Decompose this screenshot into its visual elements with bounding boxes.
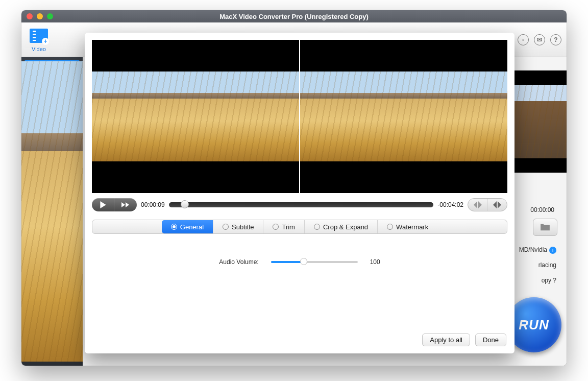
- radio-icon: [314, 224, 320, 230]
- folder-icon: [540, 223, 551, 231]
- tab-watermark[interactable]: Watermark: [378, 220, 437, 233]
- option-hwaccel[interactable]: MD/Nvidiai: [519, 246, 556, 254]
- output-time: 00:00:00: [530, 206, 554, 213]
- video-plus-icon: [30, 29, 48, 43]
- seek-bar[interactable]: [169, 202, 434, 207]
- tab-bar: General Subtitle Trim Crop & Expand Wate…: [92, 220, 507, 234]
- titlebar: MacX Video Converter Pro (Unregistered C…: [21, 10, 567, 22]
- radio-icon: [387, 224, 393, 230]
- radio-icon: [223, 224, 229, 230]
- time-elapsed: 00:00:09: [141, 201, 165, 208]
- edit-sheet: 00:00:09 -00:04:02 General Subtitle Trim…: [85, 33, 514, 353]
- flip-v-icon: [493, 201, 501, 208]
- preview-original: [92, 40, 299, 193]
- close-window-button[interactable]: [27, 13, 33, 19]
- fast-forward-icon: [121, 202, 130, 208]
- tab-trim[interactable]: Trim: [263, 220, 305, 233]
- mail-icon[interactable]: ✉: [534, 34, 545, 45]
- flip-horizontal-button[interactable]: [468, 199, 487, 211]
- zoom-window-button[interactable]: [47, 13, 53, 19]
- preview-row: [85, 33, 514, 196]
- info-icon: i: [549, 247, 556, 254]
- play-icon: [100, 201, 107, 208]
- playback-row: 00:00:09 -00:04:02: [85, 196, 514, 217]
- play-button[interactable]: [92, 198, 114, 211]
- apply-to-all-button[interactable]: Apply to all: [422, 334, 470, 346]
- option-deinterlace[interactable]: rlacing: [538, 261, 556, 269]
- tab-crop-expand[interactable]: Crop & Expand: [305, 220, 378, 233]
- seek-knob[interactable]: [181, 200, 189, 208]
- general-panel: Audio Volume: 100: [85, 234, 514, 290]
- add-video-label: Video: [32, 46, 46, 52]
- audio-volume-value: 100: [370, 258, 380, 266]
- time-remaining: -00:04:02: [437, 201, 463, 208]
- audio-volume-label: Audio Volume:: [219, 258, 258, 266]
- fast-forward-button[interactable]: [114, 198, 137, 211]
- clip-thumbnail[interactable]: [24, 60, 80, 91]
- radio-icon: [171, 224, 177, 230]
- tab-general[interactable]: General: [162, 220, 213, 233]
- flip-vertical-button[interactable]: [487, 199, 507, 211]
- minimize-window-button[interactable]: [37, 13, 43, 19]
- run-button[interactable]: RUN: [506, 297, 561, 352]
- traffic-lights: [27, 13, 53, 19]
- account-icon[interactable]: ◦: [518, 34, 529, 45]
- playback-controls: [92, 198, 137, 211]
- window-title: MacX Video Converter Pro (Unregistered C…: [21, 13, 567, 20]
- slider-fill: [271, 261, 304, 263]
- help-icon[interactable]: ?: [550, 34, 561, 45]
- audio-volume-slider[interactable]: [271, 261, 358, 263]
- open-output-folder-button[interactable]: [533, 219, 557, 236]
- run-label: RUN: [519, 317, 549, 333]
- sheet-footer: Apply to all Done: [422, 334, 506, 346]
- slider-knob[interactable]: [300, 258, 307, 265]
- tab-subtitle[interactable]: Subtitle: [213, 220, 263, 233]
- app-window: MacX Video Converter Pro (Unregistered C…: [21, 10, 567, 366]
- flip-controls: [468, 198, 507, 211]
- done-button[interactable]: Done: [475, 334, 506, 346]
- add-video-button[interactable]: Video: [24, 27, 53, 53]
- radio-icon: [273, 224, 279, 230]
- option-autocopy[interactable]: opy ?: [542, 277, 556, 284]
- flip-h-icon: [474, 201, 482, 208]
- clip-list: [21, 57, 83, 366]
- preview-result: [300, 40, 507, 193]
